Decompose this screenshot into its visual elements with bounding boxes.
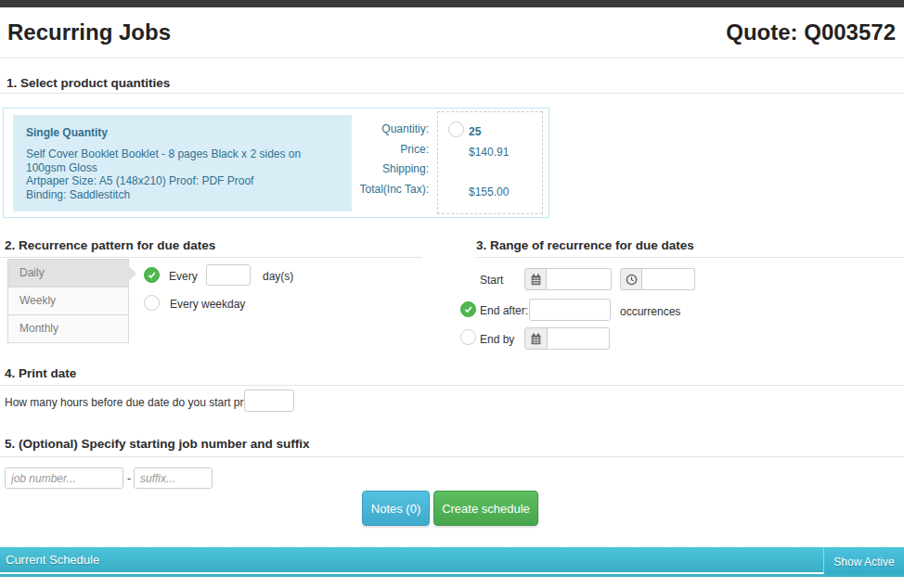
divider bbox=[476, 257, 904, 258]
divider bbox=[0, 93, 904, 94]
suffix-input[interactable] bbox=[134, 467, 213, 489]
start-time-input[interactable] bbox=[642, 268, 695, 290]
calendar-icon bbox=[524, 268, 547, 290]
price-label: Price: bbox=[282, 140, 429, 160]
section-4-heading: 4. Print date bbox=[5, 366, 76, 380]
divider bbox=[0, 385, 904, 386]
total-label: Total(Inc Tax): bbox=[282, 180, 429, 200]
create-schedule-button[interactable]: Create schedule bbox=[433, 491, 538, 526]
tab-monthly[interactable]: Monthly bbox=[8, 315, 128, 342]
check-icon bbox=[148, 271, 156, 279]
start-time-group bbox=[620, 268, 695, 290]
occurrences-label: occurrences bbox=[620, 305, 680, 318]
product-price-labels: Quantitiy: Price: Shipping: Total(Inc Ta… bbox=[282, 120, 429, 200]
show-active-button[interactable]: Show Active bbox=[823, 547, 904, 576]
start-label: Start bbox=[480, 274, 503, 287]
tab-weekly[interactable]: Weekly bbox=[8, 288, 128, 315]
end-by-radio[interactable] bbox=[460, 329, 476, 345]
job-suffix-separator: - bbox=[127, 472, 131, 485]
quantity-value: 25 bbox=[469, 125, 481, 138]
check-icon bbox=[464, 305, 472, 313]
section-2-heading: 2. Recurrence pattern for due dates bbox=[5, 238, 215, 252]
divider bbox=[0, 58, 904, 58]
shipping-label: Shipping: bbox=[282, 160, 429, 180]
price-value: $140.91 bbox=[469, 146, 509, 159]
end-after-label: End after: bbox=[480, 304, 528, 317]
start-date-input[interactable] bbox=[547, 268, 612, 290]
end-by-date-input[interactable] bbox=[548, 327, 610, 350]
total-value: $155.00 bbox=[469, 185, 509, 198]
tab-daily[interactable]: Daily bbox=[8, 260, 128, 288]
quantity-label: Quantitiy: bbox=[282, 120, 429, 140]
every-weekday-label: Every weekday bbox=[170, 298, 245, 311]
product-quantity-panel: Single Quantity Self Cover Booklet Bookl… bbox=[3, 108, 549, 218]
calendar-icon bbox=[524, 327, 548, 350]
bottom-divider-strip bbox=[0, 574, 904, 577]
section-3-heading: 3. Range of recurrence for due dates bbox=[476, 238, 694, 252]
print-hours-input[interactable] bbox=[244, 390, 294, 412]
start-date-group bbox=[524, 268, 612, 290]
days-unit-label: day(s) bbox=[263, 270, 293, 283]
every-days-input[interactable] bbox=[206, 264, 251, 286]
job-number-input[interactable] bbox=[5, 467, 123, 489]
page-title: Recurring Jobs bbox=[7, 19, 171, 45]
current-schedule-bar: Current Schedule bbox=[0, 547, 904, 572]
print-hours-question: How many hours before due date do you st… bbox=[5, 396, 277, 409]
notes-button[interactable]: Notes (0) bbox=[362, 491, 430, 526]
divider bbox=[0, 456, 904, 457]
top-bar bbox=[0, 0, 904, 7]
quote-number: Quote: Q003572 bbox=[726, 19, 896, 45]
every-days-radio[interactable] bbox=[144, 267, 160, 283]
end-by-label: End by bbox=[480, 333, 514, 346]
divider bbox=[0, 257, 422, 258]
quantity-radio[interactable] bbox=[448, 121, 464, 137]
section-1-heading: 1. Select product quantities bbox=[6, 76, 170, 90]
every-label: Every bbox=[169, 270, 198, 283]
recurrence-tabs: Daily Weekly Monthly bbox=[7, 259, 129, 343]
end-by-date-group bbox=[524, 327, 610, 350]
quantity-option-box: 25 $140.91 $155.00 bbox=[437, 111, 543, 214]
recurring-jobs-page: Recurring Jobs Quote: Q003572 1. Select … bbox=[0, 0, 904, 588]
every-weekday-radio[interactable] bbox=[144, 295, 160, 311]
occurrences-input[interactable] bbox=[529, 299, 611, 321]
end-after-radio[interactable] bbox=[460, 301, 476, 317]
current-schedule-title: Current Schedule bbox=[6, 547, 99, 572]
clock-icon bbox=[620, 268, 642, 290]
section-5-heading: 5. (Optional) Specify starting job numbe… bbox=[5, 437, 310, 451]
